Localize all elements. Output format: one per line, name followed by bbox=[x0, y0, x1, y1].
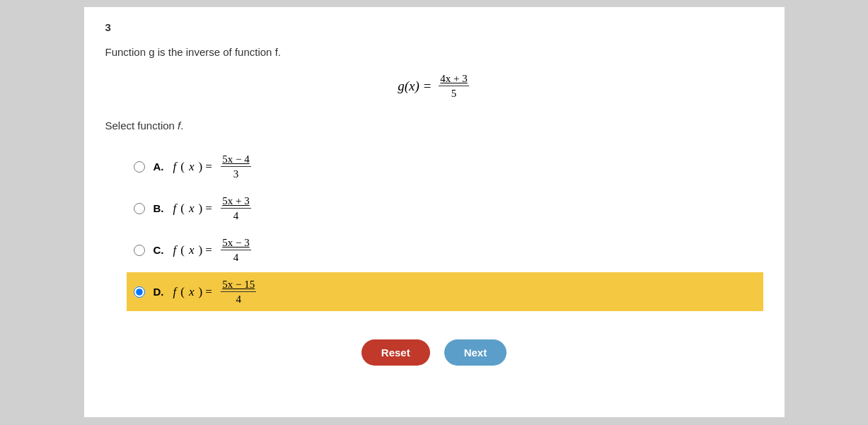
option-expr-c: f(x) = 5x − 3 4 bbox=[173, 236, 253, 264]
option-c-denominator: 4 bbox=[232, 250, 241, 264]
option-d-denominator: 4 bbox=[234, 292, 243, 305]
question-description: Function g is the inverse of function f. bbox=[105, 46, 763, 58]
given-function-numerator: 4x + 3 bbox=[439, 72, 468, 86]
option-d-numerator: 5x − 15 bbox=[221, 278, 256, 292]
next-button[interactable]: Next bbox=[444, 339, 507, 366]
question-number: 3 bbox=[105, 21, 763, 33]
option-row-a: A. f(x) = 5x − 4 3 bbox=[127, 147, 763, 186]
option-b-numerator: 5x + 3 bbox=[221, 194, 250, 209]
given-function-lhs: g(x) = bbox=[398, 78, 432, 94]
given-function: g(x) = 4x + 3 5 bbox=[105, 72, 763, 100]
option-row-c: C. f(x) = 5x − 3 4 bbox=[127, 231, 763, 269]
option-label-d: D. bbox=[154, 286, 168, 298]
option-label-c: C. bbox=[154, 244, 168, 256]
given-function-fraction: 4x + 3 5 bbox=[437, 72, 470, 100]
radio-b[interactable] bbox=[134, 203, 145, 214]
option-a-numerator: 5x − 4 bbox=[221, 153, 250, 167]
radio-a[interactable] bbox=[134, 161, 145, 173]
given-function-denominator: 5 bbox=[450, 86, 458, 100]
page-container: 3 Function g is the inverse of function … bbox=[84, 7, 785, 417]
select-prompt: Select function f. bbox=[105, 120, 763, 132]
radio-c[interactable] bbox=[134, 245, 145, 256]
option-label-b: B. bbox=[154, 202, 168, 214]
option-b-denominator: 4 bbox=[232, 209, 241, 222]
buttons-row: Reset Next bbox=[105, 339, 763, 366]
options-list: A. f(x) = 5x − 4 3 B. f(x) = 5x + 3 4 bbox=[127, 147, 763, 311]
option-c-numerator: 5x − 3 bbox=[221, 236, 250, 250]
option-row-b: B. f(x) = 5x + 3 4 bbox=[127, 189, 763, 228]
option-expr-b: f(x) = 5x + 3 4 bbox=[173, 194, 253, 222]
option-expr-a: f(x) = 5x − 4 3 bbox=[173, 153, 253, 180]
reset-button[interactable]: Reset bbox=[361, 339, 430, 366]
option-row-d: D. f(x) = 5x − 15 4 bbox=[127, 272, 763, 311]
radio-d[interactable] bbox=[134, 286, 145, 298]
option-label-a: A. bbox=[154, 161, 168, 173]
option-a-denominator: 3 bbox=[232, 167, 241, 180]
option-expr-d: f(x) = 5x − 15 4 bbox=[173, 278, 258, 305]
